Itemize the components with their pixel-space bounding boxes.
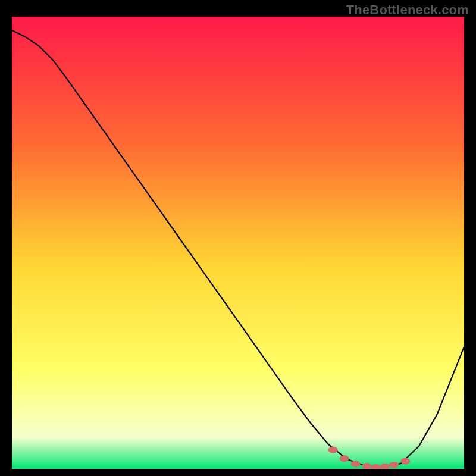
- trough-marker: [389, 462, 399, 468]
- gradient-background: [12, 17, 464, 469]
- trough-marker: [328, 447, 338, 453]
- trough-marker: [340, 455, 349, 462]
- trough-marker: [400, 458, 410, 465]
- chart-svg: [12, 17, 464, 469]
- trough-marker: [351, 461, 361, 467]
- attribution-label: TheBottleneck.com: [346, 2, 469, 18]
- chart-container: TheBottleneck.com: [0, 0, 476, 476]
- plot-frame: [12, 17, 464, 469]
